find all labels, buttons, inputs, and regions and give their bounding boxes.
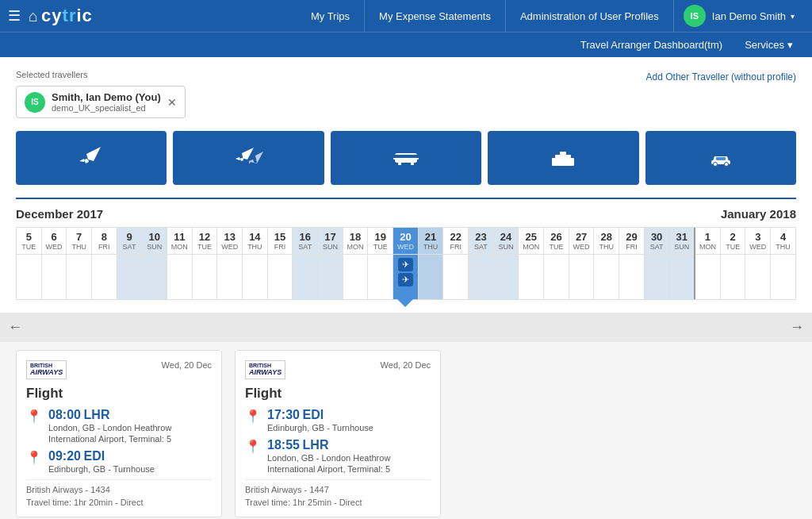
calendar-day[interactable]: 8FRI [92,228,117,299]
arrival-code: LHR [303,438,329,452]
departure-stop: 📍 08:00 LHR London, GB - London Heathrow… [26,408,212,445]
traveller-avatar: IS [25,92,45,113]
svg-rect-13 [716,157,726,160]
calendar-day[interactable]: 5TUE [17,228,42,299]
logo: ⌂ cytric [29,6,93,26]
location-icon: 📍 [26,450,42,465]
calendar-day[interactable]: 1MON [695,228,721,299]
calendar-day[interactable]: 18MON [343,228,369,299]
arrival-time: 09:20 [48,449,81,463]
svg-rect-2 [393,158,419,160]
svg-rect-4 [411,163,414,165]
calendar-day[interactable]: 23SAT [469,228,494,299]
calendar-day[interactable]: 12TUE [193,228,218,299]
card-type: Flight [26,386,212,402]
calendar-day[interactable]: 22FRI [443,228,469,299]
calendar-day[interactable]: 4THU [771,228,795,299]
calendar-section: December 2017 January 2018 5TUE6WED7THU8… [16,198,796,300]
calendar-day[interactable]: 25MON [519,228,544,299]
calendar-day[interactable]: 2TUE [721,228,746,299]
travel-time: Travel time: 1hr 25min - Direct [245,498,431,507]
my-trips-link[interactable]: My Trips [297,0,365,32]
user-area[interactable]: IS Ian Demo Smith ▾ [674,5,804,27]
add-traveller-link[interactable]: Add Other Traveller (without profile) [646,71,796,83]
calendar-day[interactable]: 16SAT [293,228,318,299]
svg-rect-7 [560,152,566,155]
flight-icon: ✈ [398,258,413,271]
flight-info: British Airways - 1434 [26,485,212,494]
calendar-day[interactable]: 30SAT [645,228,670,299]
departure-location: London, GB - London Heathrow Internation… [48,422,212,445]
calendar-day[interactable]: 24SUN [494,228,519,299]
services-link[interactable]: Services ▾ [733,39,804,51]
calendar-day[interactable]: 9SAT [117,228,143,299]
car-button[interactable] [645,131,796,185]
arrival-location: Edinburgh, GB - Turnhouse [48,463,155,475]
secondary-navigation: Travel Arranger Dashboard(tm) Services ▾ [0,32,812,57]
calendar-left-month: December 2017 [16,207,103,221]
expense-statements-link[interactable]: My Expense Statements [365,0,506,32]
departure-code: LHR [84,408,110,421]
flight-info: British Airways - 1447 [245,485,431,494]
travel-arranger-link[interactable]: Travel Arranger Dashboard(tm) [569,39,733,51]
flight-cards-area: BRITISH AIRWAYS Wed, 20 Dec Flight 📍 08:… [0,342,812,519]
next-arrow-button[interactable]: → [782,316,812,339]
calendar-navigation: ← → [0,313,812,342]
calendar-day[interactable]: 19TUE [368,228,393,299]
prev-arrow-button[interactable]: ← [0,316,30,339]
location-icon: 📍 [26,409,42,424]
calendar-day[interactable]: 15FRI [268,228,293,299]
transport-row [16,131,796,185]
calendar-day[interactable]: 3WED [745,228,771,299]
avatar: IS [684,5,706,27]
calendar-day[interactable]: 29FRI [619,228,645,299]
calendar-day[interactable]: 7THU [67,228,92,299]
main-content: Selected travellers Add Other Traveller … [0,57,812,313]
hotel-button[interactable] [488,131,638,185]
train-button[interactable] [331,131,481,185]
arrival-stop: 📍 18:55 LHR London, GB - London Heathrow… [245,438,431,475]
traveller-id: demo_UK_specialist_ed [52,103,161,113]
arrival-location: London, GB - London Heathrow Internation… [267,452,431,475]
calendar-day[interactable]: 6WED [42,228,67,299]
calendar-right-month: January 2018 [721,207,796,221]
flight-icon: ✈ [398,273,413,286]
calendar-header: December 2017 January 2018 [16,207,796,221]
calendar-day[interactable]: 21THU [419,228,444,299]
flight-card: BRITISH AIRWAYS Wed, 20 Dec Flight 📍 08:… [16,350,222,517]
svg-point-12 [724,163,728,167]
top-navigation: ☰ ⌂ cytric My Trips My Expense Statement… [0,0,812,32]
calendar-day[interactable]: 11MON [167,228,193,299]
flight-button[interactable] [16,131,167,185]
calendar-day[interactable]: 31SUN [669,228,695,299]
calendar-grid: 5TUE6WED7THU8FRI9SAT10SUN11MON12TUE13WED… [16,227,796,300]
hamburger-icon[interactable]: ☰ [8,7,21,25]
departure-code: EDI [303,408,324,421]
home-icon: ⌂ [29,7,38,25]
calendar-day[interactable]: 17SUN [318,228,343,299]
svg-point-11 [713,163,717,167]
calendar-day[interactable]: 10SUN [142,228,167,299]
svg-rect-3 [398,163,401,165]
svg-rect-8 [557,160,561,163]
location-icon: 📍 [245,409,261,424]
bottom-area: ← → BRITISH AIRWAYS Wed, 20 Dec Flight 📍… [0,313,812,519]
chevron-down-icon: ▾ [787,39,793,51]
card-date: Wed, 20 Dec [381,360,431,370]
calendar-day[interactable]: 14THU [243,228,268,299]
departure-stop: 📍 17:30 EDI Edinburgh, GB - Turnhouse [245,408,431,433]
close-icon[interactable]: ✕ [167,96,177,109]
calendar-day[interactable]: 28THU [594,228,619,299]
calendar-day[interactable]: 20WED ✈ ✈ [393,228,419,299]
calendar-day[interactable]: 13WED [217,228,243,299]
card-type: Flight [245,386,431,402]
traveller-name: Smith, Ian Demo (You) [52,91,161,103]
departure-time: 17:30 [267,408,300,421]
multicity-flight-button[interactable] [173,131,324,185]
calendar-day[interactable]: 26TUE [544,228,569,299]
arrival-code: EDI [84,449,105,463]
svg-rect-1 [395,155,417,158]
calendar-day[interactable]: 27WED [569,228,595,299]
admin-profiles-link[interactable]: Administration of User Profiles [506,0,674,32]
arrival-stop: 📍 09:20 EDI Edinburgh, GB - Turnhouse [26,449,212,475]
